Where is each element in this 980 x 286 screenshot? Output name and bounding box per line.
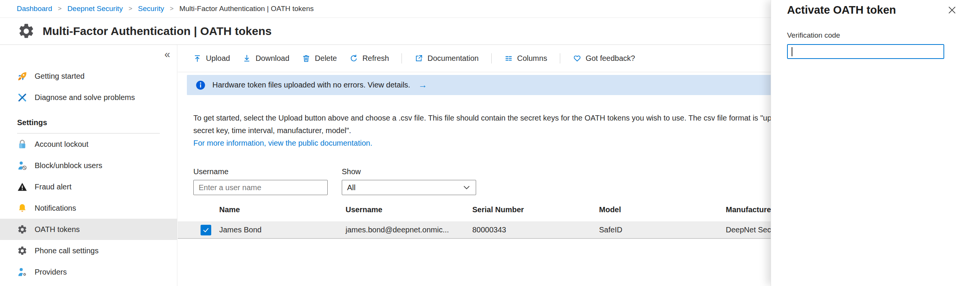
external-link-icon [414, 54, 423, 63]
close-icon[interactable] [947, 5, 957, 15]
chevron-right-icon: > [129, 5, 132, 13]
sidebar-item-block-unblock-users[interactable]: Block/unblock users [0, 155, 177, 176]
banner-text: Hardware token files uploaded with no er… [212, 81, 410, 89]
sidebar-item-getting-started[interactable]: Getting started [0, 65, 177, 87]
rocket-icon [17, 71, 27, 81]
text-cursor [792, 47, 792, 56]
breadcrumb-current: Multi-Factor Authentication | OATH token… [179, 5, 314, 13]
delete-button[interactable]: Delete [302, 54, 337, 63]
info-icon [195, 80, 206, 91]
sidebar-item-label: Providers [35, 268, 67, 276]
verification-code-input[interactable] [787, 44, 944, 59]
trash-icon [302, 54, 311, 63]
sidebar-item-label: Fraud alert [35, 183, 72, 191]
toolbar-separator [402, 53, 402, 64]
sidebar-section-settings: Settings [17, 117, 160, 133]
columns-icon [504, 54, 513, 63]
cell-model: SafeID [599, 226, 622, 234]
sidebar-item-phone-call-settings[interactable]: Phone call settings [0, 240, 177, 261]
user-gear-icon [17, 267, 27, 277]
feedback-button[interactable]: Got feedback? [573, 54, 635, 63]
breadcrumb-link-deepnet-security[interactable]: Deepnet Security [67, 5, 123, 13]
heart-icon [573, 54, 582, 63]
gear-icon [18, 22, 35, 40]
sidebar-item-diagnose[interactable]: Diagnose and solve problems [0, 87, 177, 108]
username-filter-label: Username [193, 167, 328, 176]
cell-username: james.bond@deepnet.onmic... [346, 226, 449, 234]
columns-button[interactable]: Columns [504, 54, 547, 63]
sidebar-item-oath-tokens[interactable]: OATH tokens [0, 219, 177, 240]
activate-oath-token-panel: Activate OATH token Verification code [771, 0, 980, 286]
cell-name: James Bond [219, 226, 261, 234]
sidebar: « Getting started Diagnose and solve pro… [0, 45, 177, 286]
documentation-button[interactable]: Documentation [414, 54, 479, 63]
sidebar-collapse-icon[interactable]: « [164, 49, 170, 60]
download-label: Download [255, 54, 289, 63]
info-banner: Hardware token files uploaded with no er… [187, 75, 785, 95]
arrow-right-icon[interactable]: → [418, 80, 427, 90]
refresh-label: Refresh [362, 54, 389, 63]
breadcrumb-link-security[interactable]: Security [138, 5, 164, 13]
check-icon [202, 226, 210, 234]
sidebar-item-notifications[interactable]: Notifications [0, 197, 177, 219]
page-title: Multi-Factor Authentication | OATH token… [43, 25, 272, 38]
download-button[interactable]: Download [242, 54, 289, 63]
breadcrumb-link-dashboard[interactable]: Dashboard [17, 5, 52, 13]
delete-label: Delete [315, 54, 337, 63]
column-header-serial-number[interactable]: Serial Number [472, 205, 524, 214]
gear-icon [17, 246, 27, 256]
upload-icon [193, 54, 202, 63]
upload-label: Upload [206, 54, 230, 63]
bell-icon [17, 203, 27, 213]
sidebar-item-label: OATH tokens [35, 225, 80, 234]
warning-icon [17, 182, 27, 192]
sidebar-item-fraud-alert[interactable]: Fraud alert [0, 176, 177, 197]
filters: Username Show All [193, 167, 476, 195]
toolbar-separator [491, 53, 492, 64]
refresh-icon [349, 54, 358, 63]
tools-icon [17, 92, 27, 103]
upload-button[interactable]: Upload [193, 54, 230, 63]
chevron-right-icon: > [58, 5, 62, 13]
sidebar-item-label: Getting started [35, 72, 84, 81]
row-checkbox[interactable] [201, 225, 211, 235]
column-header-name[interactable]: Name [219, 205, 240, 214]
column-header-manufacturer[interactable]: Manufacturer [726, 205, 774, 214]
sidebar-item-account-lockout[interactable]: Account lockout [0, 133, 177, 155]
documentation-label: Documentation [427, 54, 479, 63]
chevron-down-icon [462, 183, 471, 192]
show-filter-label: Show [342, 167, 476, 176]
cell-serial-number: 80000343 [472, 226, 506, 234]
refresh-button[interactable]: Refresh [349, 54, 389, 63]
columns-label: Columns [517, 54, 547, 63]
gear-icon [17, 224, 27, 235]
feedback-label: Got feedback? [586, 54, 635, 63]
sidebar-item-providers[interactable]: Providers [0, 261, 177, 283]
sidebar-item-label: Notifications [35, 204, 76, 213]
chevron-right-icon: > [170, 5, 174, 13]
show-filter-select[interactable]: All [342, 180, 476, 195]
show-filter-value: All [347, 183, 355, 192]
column-header-username[interactable]: Username [346, 205, 382, 214]
sidebar-section-label: Settings [17, 117, 160, 128]
download-icon [242, 54, 251, 63]
user-block-icon [17, 160, 27, 171]
sidebar-item-label: Account lockout [35, 140, 88, 149]
sidebar-item-label: Phone call settings [35, 246, 99, 255]
toolbar-separator [560, 53, 560, 64]
column-header-model[interactable]: Model [599, 205, 621, 214]
sidebar-item-label: Block/unblock users [35, 161, 102, 170]
username-filter-input[interactable] [193, 180, 328, 195]
verification-code-label: Verification code [787, 31, 840, 40]
lock-icon [17, 139, 27, 149]
sidebar-item-label: Diagnose and solve problems [35, 93, 135, 102]
panel-title: Activate OATH token [787, 4, 896, 16]
